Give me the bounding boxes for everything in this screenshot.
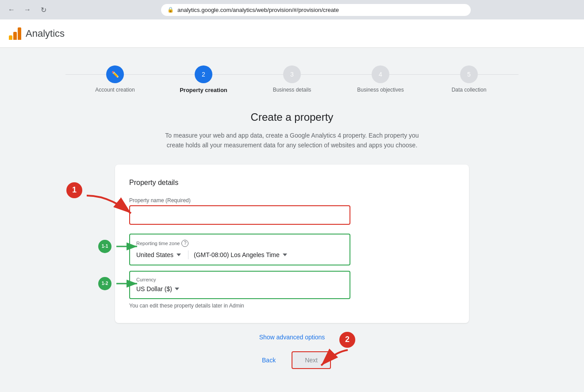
timezone-select[interactable]: (GMT-08:00) Los Angeles Time [194,251,289,258]
arrow-2-svg [317,348,352,374]
currency-label: Currency [136,277,343,282]
badge-1-1: 1-1 [98,240,111,253]
helper-text: You can edit these property details late… [129,303,455,309]
page-title: Create a property [115,111,469,123]
timezone-select-group: Reporting time zone ? United States (GMT… [129,234,350,265]
analytics-logo [9,27,21,40]
step-account-creation: ✏️ Account creation [71,65,159,93]
timezone-select-row: United States (GMT-08:00) Los Angeles Ti… [136,250,343,259]
arrow-1-2-svg [114,278,141,289]
address-bar[interactable]: 🔒 analytics.google.com/analytics/web/pro… [161,4,471,16]
logo-bar-3 [18,27,21,40]
main-content: ✏️ Account creation 2 Property creation … [0,48,584,392]
app-title: Analytics [26,28,65,39]
card-title: Property details [129,179,455,187]
step-2-number: 2 [202,71,205,78]
reload-button[interactable]: ↻ [37,4,50,16]
url-text: analytics.google.com/analytics/web/provi… [177,7,339,13]
select-divider [188,250,188,259]
timezone-label: Reporting time zone ? [136,240,343,247]
stepper: ✏️ Account creation 2 Property creation … [9,65,575,93]
form-outer: Create a property To measure your web an… [115,111,469,369]
lock-icon: 🔒 [167,7,174,13]
step-5-label: Data collection [452,87,487,93]
step-4-label: Business objectives [357,87,403,93]
annotation-1: 1 [66,182,82,198]
arrow-1-svg [82,191,135,227]
annotation-1-2: 1-2 [98,277,141,290]
back-nav-button[interactable]: ← [5,4,18,16]
step-data-collection: 5 Data collection [425,65,513,93]
browser-chrome: ← → ↻ 🔒 analytics.google.com/analytics/w… [0,0,584,19]
step-5-circle: 5 [460,65,478,83]
app-header: Analytics [0,19,584,48]
forward-nav-button[interactable]: → [21,4,34,16]
back-button[interactable]: Back [253,352,284,368]
timezone-help-icon[interactable]: ? [181,240,188,247]
arrow-1-1-svg [114,241,141,252]
step-4-number: 4 [379,71,382,78]
timezone-wrapper: 1-1 Reporting time zone ? [129,234,455,265]
step-business-details: 3 Business details [248,65,336,93]
step-5-number: 5 [467,71,471,78]
property-name-input[interactable] [129,205,350,225]
logo-bar-1 [9,35,12,40]
step-4-circle: 4 [372,65,389,83]
currency-wrapper: 1-2 Currency US Dollar ($) [129,271,455,299]
step-2-label: Property creation [180,87,227,93]
currency-select-group: Currency US Dollar ($) [129,271,350,299]
property-details-card: Property details 1 Property name (Requir… [115,165,469,323]
next-button-wrapper: 2 Next [292,351,331,369]
step-1-label: Account creation [95,87,134,93]
show-advanced-options-link[interactable]: Show advanced options [115,334,469,341]
step-3-circle: 3 [283,65,301,83]
country-select[interactable]: United States [136,251,183,258]
badge-2: 2 [339,332,355,348]
step-3-label: Business details [273,87,311,93]
step-1-circle: ✏️ [106,65,124,83]
logo-bar-2 [13,32,17,40]
currency-select[interactable]: US Dollar ($) [136,285,181,292]
page-subtitle: To measure your web and app data, create… [159,131,425,150]
annotation-1-1: 1-1 [98,240,141,253]
step-business-objectives: 4 Business objectives [336,65,425,93]
property-name-label: Property name (Required) [129,197,455,204]
step-3-number: 3 [290,71,294,78]
badge-1: 1 [66,182,82,198]
step-property-creation: 2 Property creation [159,65,248,93]
property-name-field-group: Property name (Required) [129,197,455,225]
step-2-circle: 2 [195,65,212,83]
badge-1-2: 1-2 [98,277,111,290]
button-row: Back 2 Next [115,351,469,369]
